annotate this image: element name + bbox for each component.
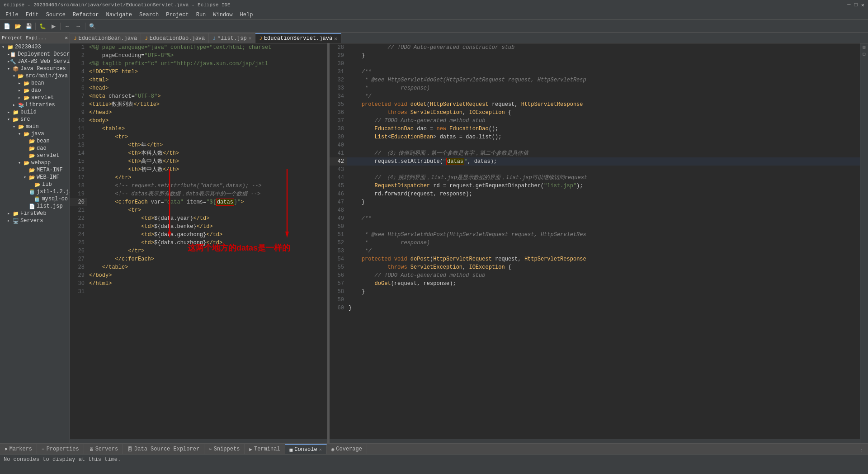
right-icons: ⊞ ⊟ bbox=[860, 43, 868, 443]
tree-icon-8: 📚 bbox=[18, 102, 24, 108]
close-button[interactable]: ✕ bbox=[861, 2, 864, 9]
r-line-num-43: 43 bbox=[330, 166, 347, 174]
tab-close-listjsp[interactable]: ✕ bbox=[249, 35, 252, 41]
sidebar-tree-item-17[interactable]: 📂META-INF bbox=[0, 166, 70, 174]
r-code-line-49: 49 /** bbox=[330, 214, 860, 223]
code-line-21: 21 <tr> bbox=[70, 206, 327, 214]
r-code-line-47: 47 } bbox=[330, 198, 860, 206]
right-icon-2[interactable]: ⊟ bbox=[863, 51, 866, 57]
sidebar-tree-item-4[interactable]: ▾📂src/main/java bbox=[0, 72, 70, 80]
tab-educationservlet[interactable]: J EducationServlet.java ✕ bbox=[255, 33, 341, 43]
menu-help[interactable]: Help bbox=[236, 11, 257, 19]
bottom-tab-terminal[interactable]: ▶ Terminal bbox=[245, 444, 285, 454]
tab-listjsp[interactable]: J *list.jsp ✕ bbox=[209, 33, 255, 43]
line-num-16: 16 bbox=[70, 166, 87, 174]
bottom-tab-properties[interactable]: ≡ Properties bbox=[37, 444, 84, 454]
r-code-line-28: 28 // TODO Auto-generated constructor st… bbox=[330, 43, 860, 52]
menu-run[interactable]: Run bbox=[193, 11, 210, 19]
toolbar-back[interactable]: ← bbox=[62, 21, 72, 31]
sidebar-tree-item-20[interactable]: 🫙jstl-1.2.ja bbox=[0, 188, 70, 195]
tree-arrow-23: ▸ bbox=[7, 211, 13, 216]
sidebar-tree-item-13[interactable]: 📂bean bbox=[0, 137, 70, 145]
sidebar-tree-item-24[interactable]: ▸🖥️Servers bbox=[0, 217, 70, 224]
tree-label-0: 20230403 bbox=[15, 44, 41, 50]
code-line-10: 10<body> bbox=[70, 117, 327, 125]
bottom-tab-coverage[interactable]: ◉ Coverage bbox=[327, 444, 367, 454]
toolbar-debug[interactable]: 🐛 bbox=[38, 21, 47, 31]
sidebar-tree-item-15[interactable]: 📂servlet bbox=[0, 152, 70, 159]
r-code-line-59: 59 bbox=[330, 296, 860, 304]
line-code-21: <tr> bbox=[87, 206, 327, 214]
menu-source[interactable]: Source bbox=[42, 11, 69, 19]
sidebar-tree-item-21[interactable]: 🫙mysql-co bbox=[0, 195, 70, 203]
menu-file[interactable]: File bbox=[2, 11, 22, 19]
sidebar-tree-item-8[interactable]: ▸📚Libraries bbox=[0, 101, 70, 109]
sidebar-tree-item-10[interactable]: ▾📂src bbox=[0, 116, 70, 123]
menu-navigate[interactable]: Navigate bbox=[102, 11, 136, 19]
toolbar-forward[interactable]: → bbox=[73, 21, 83, 31]
r-code-line-57: 57 doGet(request, response); bbox=[330, 280, 860, 288]
bottom-tab-datasource[interactable]: 🗄 Data Source Explorer bbox=[123, 444, 204, 454]
tab-close-educationservlet[interactable]: ✕ bbox=[334, 36, 337, 42]
bottom-tab-servers[interactable]: 🖥 Servers bbox=[84, 444, 123, 454]
console-close-icon[interactable]: ✕ bbox=[319, 447, 322, 452]
r-line-num-29: 29 bbox=[330, 52, 347, 60]
line-code-6: <head> bbox=[87, 84, 327, 92]
menu-project[interactable]: Project bbox=[162, 11, 192, 19]
menu-edit[interactable]: Edit bbox=[22, 11, 42, 19]
sidebar-close-icon[interactable]: ✕ bbox=[65, 35, 68, 41]
menu-window[interactable]: Window bbox=[209, 11, 236, 19]
sidebar-tree-item-3[interactable]: ▾📦Java Resources bbox=[0, 65, 70, 72]
minimize-button[interactable]: ─ bbox=[847, 2, 850, 9]
tab-label-educationservlet: EducationServlet.java bbox=[264, 35, 332, 42]
sidebar-tree-item-5[interactable]: ▸📂bean bbox=[0, 80, 70, 87]
tree-icon-20: 🫙 bbox=[29, 189, 35, 195]
line-num-30: 30 bbox=[70, 280, 87, 288]
r-code-line-45: 45 RequestDispatcher rd = request.getReq… bbox=[330, 182, 860, 190]
sidebar-tree-item-22[interactable]: 📄list.jsp bbox=[0, 203, 70, 210]
tree-icon-22: 📄 bbox=[29, 204, 35, 209]
menu-search[interactable]: Search bbox=[136, 11, 162, 19]
menu-refactor[interactable]: Refactor bbox=[69, 11, 103, 19]
toolbar-search[interactable]: 🔍 bbox=[87, 21, 97, 31]
sidebar-tree-item-16[interactable]: ▾📂webapp bbox=[0, 159, 70, 166]
sidebar-tree-item-6[interactable]: ▸📂dao bbox=[0, 87, 70, 94]
bottom-tab-markers[interactable]: ⚑ Markers bbox=[0, 444, 37, 454]
r-line-code-48 bbox=[347, 206, 860, 214]
line-code-15: <th>高中人数</th> bbox=[87, 157, 327, 166]
sidebar-tree-item-7[interactable]: ▸📂servlet bbox=[0, 94, 70, 101]
bottom-tab-snippets[interactable]: ✂ Snippets bbox=[204, 444, 245, 454]
r-code-line-32: 32 * @see HttpServlet#doGet(HttpServletR… bbox=[330, 76, 860, 84]
r-code-line-42: 42 request.setAttribute("datas", datas); bbox=[330, 157, 860, 166]
sidebar-tree-item-12[interactable]: ▾📂java bbox=[0, 130, 70, 137]
line-num-12: 12 bbox=[70, 133, 87, 141]
code-line-27: 27 </c:forEach> bbox=[70, 255, 327, 263]
right-editor-content[interactable]: 28 // TODO Auto-generated constructor st… bbox=[330, 43, 860, 439]
toolbar-run[interactable]: ▶ bbox=[48, 21, 58, 31]
sidebar-tree-item-19[interactable]: 📂lib bbox=[0, 181, 70, 188]
sidebar-tree-item-23[interactable]: ▸📁FirstWeb bbox=[0, 210, 70, 217]
sidebar-tree-item-11[interactable]: ▾📂main bbox=[0, 123, 70, 130]
right-icon-1[interactable]: ⊞ bbox=[863, 44, 866, 50]
bottom-tab-console[interactable]: ▦ Console ✕ bbox=[285, 444, 327, 454]
r-line-code-58: } bbox=[347, 288, 860, 296]
sidebar-tree-item-2[interactable]: ▸🔧JAX-WS Web Services bbox=[0, 58, 70, 65]
r-line-num-53: 53 bbox=[330, 247, 347, 255]
toolbar-save[interactable]: 💾 bbox=[24, 21, 33, 31]
toolbar-new[interactable]: 📄 bbox=[2, 21, 12, 31]
tab-educationbean[interactable]: J EducationBean.java bbox=[70, 33, 141, 43]
maximize-button[interactable]: □ bbox=[854, 2, 858, 9]
r-code-line-36: 36 throws ServletException, IOException … bbox=[330, 109, 860, 117]
tree-arrow-9: ▸ bbox=[7, 109, 13, 115]
sidebar-tree-item-9[interactable]: ▸📁build bbox=[0, 109, 70, 116]
tab-educationdao[interactable]: J EducationDao.java bbox=[141, 33, 209, 43]
left-editor-scrollbar[interactable] bbox=[70, 439, 327, 443]
sidebar-tree-item-18[interactable]: ▾📂WEB-INF bbox=[0, 174, 70, 181]
bottom-panel-menu[interactable]: ⋮ bbox=[856, 444, 866, 454]
sidebar-tree-item-0[interactable]: ▾📁20230403 bbox=[0, 43, 70, 51]
left-editor-content[interactable]: 1<%@ page language="java" contentType="t… bbox=[70, 43, 327, 439]
right-editor-scrollbar[interactable] bbox=[330, 439, 860, 443]
toolbar-open[interactable]: 📂 bbox=[13, 21, 23, 31]
sidebar-tree-item-14[interactable]: 📂dao bbox=[0, 145, 70, 152]
sidebar-tree-item-1[interactable]: ▸📋Deployment Descripto bbox=[0, 51, 70, 58]
